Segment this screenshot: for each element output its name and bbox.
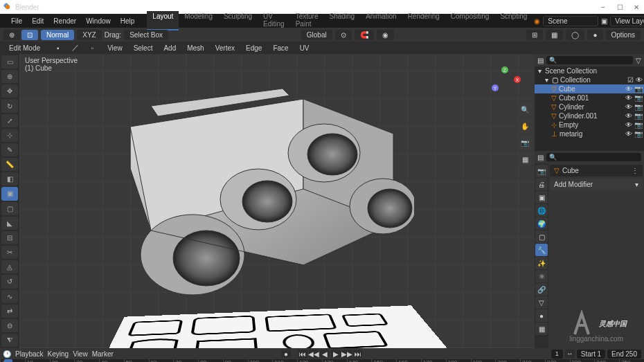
tab-texture[interactable]: Texture Paint — [290, 11, 324, 30]
header-add[interactable]: Add — [161, 44, 179, 53]
tool-polybuild[interactable]: ◬ — [1, 260, 18, 273]
header-uv[interactable]: UV — [297, 44, 312, 53]
tool-inset[interactable]: ▢ — [1, 202, 18, 215]
tool-knife[interactable]: ✂ — [1, 246, 18, 259]
jump-start-icon[interactable]: ⏮ — [298, 350, 307, 358]
ptab-object[interactable]: ▢ — [535, 230, 548, 243]
pivot-icon[interactable]: ⊙ — [335, 30, 352, 40]
select-mode[interactable]: Select Box — [124, 30, 168, 40]
tool-shrink[interactable]: ⊖ — [1, 319, 18, 332]
nav-camera-icon[interactable]: 📷 — [518, 136, 532, 150]
outliner-scene-collection[interactable]: ▾Scene Collection — [535, 66, 644, 75]
tab-uv[interactable]: UV Editing — [258, 11, 290, 30]
tool-add-cube[interactable]: ◧ — [1, 172, 18, 185]
header-face[interactable]: Face — [270, 44, 291, 53]
tool-extrude[interactable]: ▣ — [1, 187, 18, 200]
tool-scale[interactable]: ⤢ — [1, 114, 18, 127]
ptab-scene[interactable]: 🌐 — [535, 204, 548, 217]
proportional-icon[interactable]: ◉ — [377, 30, 394, 40]
transform-space[interactable]: ⊡ — [21, 30, 38, 40]
outliner-collection[interactable]: ▾▢Collection ☑👁 — [535, 75, 644, 84]
close-button[interactable]: ✕ — [632, 3, 641, 11]
outliner-search[interactable]: 🔍 — [546, 56, 633, 64]
jump-prev-icon[interactable]: ◀◀ — [309, 350, 319, 358]
transform-orientation[interactable]: Global — [301, 30, 332, 40]
tool-spin[interactable]: ↺ — [1, 275, 18, 288]
menu-file[interactable]: File — [7, 16, 26, 26]
add-modifier-button[interactable]: Add Modifier▾ — [550, 179, 643, 190]
tab-shading[interactable]: Shading — [323, 11, 360, 30]
ptab-physics[interactable]: ⚛ — [535, 270, 548, 282]
tab-animation[interactable]: Animation — [360, 11, 402, 30]
menu-render[interactable]: Render — [49, 16, 80, 26]
ptab-world[interactable]: 🌍 — [535, 217, 548, 230]
header-edge[interactable]: Edge — [243, 44, 265, 53]
tool-cursor[interactable]: ⊕ — [1, 70, 18, 83]
preview-range-icon[interactable]: ↔ — [565, 350, 575, 358]
3d-viewport[interactable]: User Perspective (1) Cube X Z Y 🔍 ✋ 📷 ▦ — [19, 54, 535, 348]
playhead[interactable] — [8, 359, 9, 362]
outliner-item-cylinder[interactable]: ▽Cylinder 👁📷 — [535, 102, 644, 111]
snap-icon[interactable]: 🧲 — [355, 30, 374, 40]
tab-layout[interactable]: Layout — [147, 11, 179, 30]
overlays-icon[interactable]: ⊞ — [526, 30, 543, 40]
tab-compositing[interactable]: Compositing — [445, 11, 495, 30]
nav-gizmo[interactable]: X Z Y — [492, 66, 521, 96]
outliner-item-cube001[interactable]: ▽Cube.001 👁📷 — [535, 93, 644, 102]
mode-selector[interactable]: Edit Mode — [3, 43, 46, 53]
gizmo-z[interactable]: Z — [501, 66, 508, 73]
jump-next-icon[interactable]: ▶▶ — [342, 350, 352, 358]
ptab-render[interactable]: 📷 — [535, 165, 548, 177]
tool-smooth[interactable]: ∿ — [1, 290, 18, 303]
tl-keying[interactable]: Keying — [48, 350, 69, 358]
tool-rotate[interactable]: ↻ — [1, 99, 18, 112]
tab-sculpting[interactable]: Sculpting — [218, 11, 258, 30]
end-frame[interactable]: End 250 — [607, 350, 641, 359]
face-select-icon[interactable]: ▫ — [86, 43, 100, 53]
nav-zoom-icon[interactable]: 🔍 — [518, 102, 532, 116]
outliner-type-icon[interactable]: ▤ — [537, 57, 544, 64]
tl-view[interactable]: View — [73, 350, 88, 358]
edge-select-icon[interactable]: ／ — [66, 42, 84, 54]
tool-loopcut[interactable]: ⊟ — [1, 231, 18, 244]
scene-selector[interactable]: Scene — [543, 16, 598, 26]
tool-transform[interactable]: ⊹ — [1, 129, 18, 142]
minimize-button[interactable]: − — [599, 3, 607, 11]
header-vertex[interactable]: Vertex — [213, 44, 238, 53]
maximize-button[interactable]: ☐ — [616, 3, 624, 11]
ptab-material[interactable]: ● — [535, 309, 548, 322]
menu-help[interactable]: Help — [116, 16, 139, 26]
ptab-viewlayer[interactable]: ▣ — [535, 191, 548, 203]
outliner-item-cylinder001[interactable]: ▽Cylinder.001 👁📷 — [535, 111, 644, 120]
autokey-icon[interactable]: ● — [281, 350, 291, 358]
ptab-mesh[interactable]: ▽ — [535, 296, 548, 309]
header-mesh[interactable]: Mesh — [184, 44, 206, 53]
nav-pan-icon[interactable]: ✋ — [518, 119, 532, 133]
outliner-item-cube[interactable]: ▽Cube 👁📷 — [535, 84, 644, 93]
shading-wire-icon[interactable]: ◯ — [566, 30, 584, 40]
options-dropdown[interactable]: Options — [606, 30, 641, 40]
tool-rip[interactable]: ⧨ — [1, 334, 18, 347]
vertex-select-icon[interactable]: ▪ — [51, 43, 65, 53]
ptab-texture[interactable]: ▦ — [535, 323, 548, 335]
orientation-xyz[interactable]: XYZ — [77, 30, 101, 40]
ptab-constraints[interactable]: 🔗 — [535, 283, 548, 296]
tab-modeling[interactable]: Modeling — [179, 11, 218, 30]
xray-icon[interactable]: ▦ — [546, 30, 563, 40]
ptab-output[interactable]: 🖨 — [535, 178, 548, 190]
header-select[interactable]: Select — [131, 44, 156, 53]
ptab-particles[interactable]: ✨ — [535, 257, 548, 269]
start-frame[interactable]: Start 1 — [577, 350, 605, 359]
tool-edge-slide[interactable]: ⇄ — [1, 305, 18, 318]
tool-select-box[interactable]: ▭ — [1, 55, 18, 69]
gizmo-x[interactable]: X — [514, 76, 521, 83]
current-frame[interactable]: 1 — [551, 350, 563, 359]
menu-edit[interactable]: Edit — [28, 16, 48, 26]
tool-bevel[interactable]: ◣ — [1, 217, 18, 230]
outliner-item-empty[interactable]: ⊹Empty 👁📷 — [535, 120, 644, 129]
outliner-item-metarig[interactable]: ⊥metarig 👁📷 — [535, 129, 644, 138]
gizmo-y[interactable]: Y — [492, 84, 499, 91]
properties-type-icon[interactable]: ▤ — [537, 154, 544, 161]
tab-rendering[interactable]: Rendering — [402, 11, 445, 30]
nav-persp-icon[interactable]: ▦ — [518, 152, 532, 166]
